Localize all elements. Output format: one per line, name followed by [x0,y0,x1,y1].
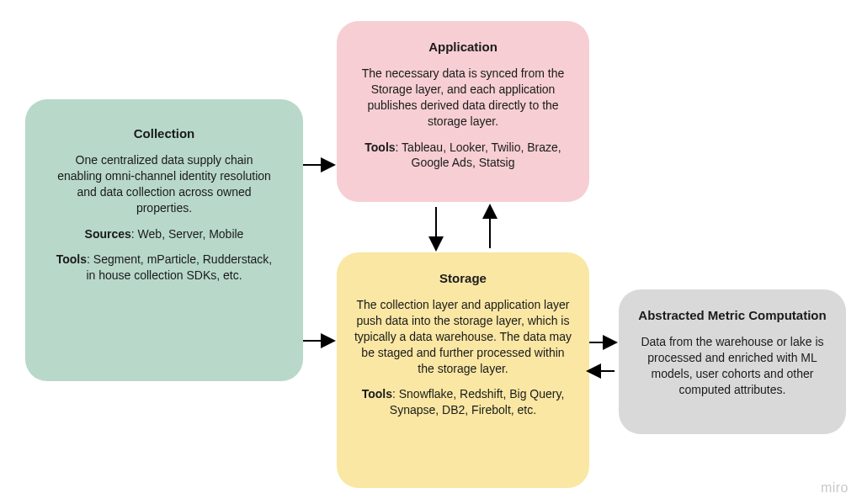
storage-box: Storage The collection layer and applica… [337,252,589,488]
abstracted-box: Abstracted Metric Computation Data from … [619,289,846,434]
abstracted-desc: Data from the warehouse or lake is proce… [636,334,829,398]
collection-title: Collection [54,126,274,141]
storage-tools: Tools: Snowflake, Redshift, Big Query, S… [354,386,572,418]
application-box: Application The necessary data is synced… [337,21,589,202]
collection-tools: Tools: Segment, mParticle, Rudderstack, … [54,252,274,284]
miro-logo: miro [821,480,849,496]
storage-title: Storage [354,271,572,285]
application-tools: Tools: Tableau, Looker, Twilio, Braze, G… [354,140,572,172]
collection-desc: One centralized data supply chain enabli… [54,152,274,216]
application-desc: The necessary data is synced from the St… [354,66,572,130]
collection-sources: Sources: Web, Server, Mobile [54,226,274,242]
abstracted-title: Abstracted Metric Computation [636,308,829,322]
storage-desc: The collection layer and application lay… [354,297,572,376]
application-title: Application [354,40,572,54]
collection-box: Collection One centralized data supply c… [25,99,303,381]
